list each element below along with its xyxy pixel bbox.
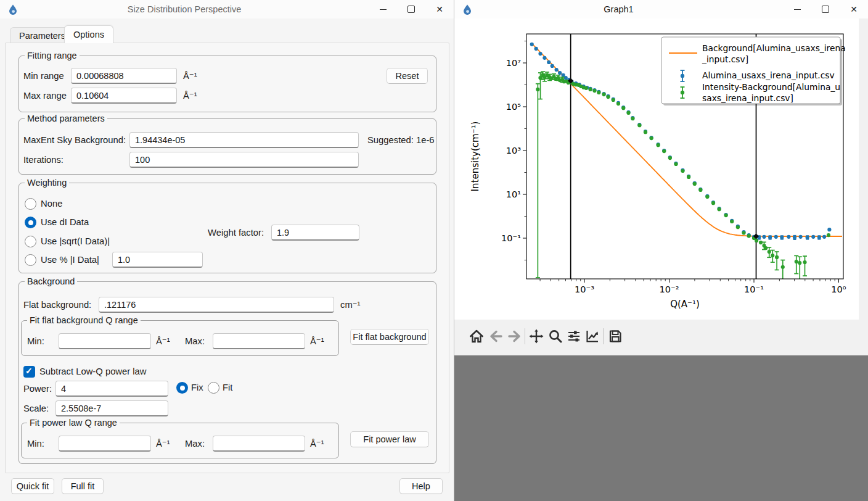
svg-text:10⁷: 10⁷ <box>506 58 521 68</box>
fit-power-law-label: Fit power law <box>363 434 416 444</box>
minimize-icon <box>794 9 801 10</box>
svg-text:10⁻¹: 10⁻¹ <box>744 284 764 294</box>
percent-i-data-input[interactable] <box>112 252 203 268</box>
radio-use-di-data-label: Use dI Data <box>41 217 89 227</box>
radio-none[interactable] <box>25 198 36 210</box>
flat-q-max-input[interactable] <box>213 333 305 349</box>
close-button[interactable]: ✕ <box>425 0 454 19</box>
minimize-button[interactable] <box>369 0 397 19</box>
help-button[interactable]: Help <box>399 478 443 494</box>
quick-fit-label: Quick fit <box>17 481 49 491</box>
svg-text:10³: 10³ <box>506 146 521 155</box>
flat-q-min-label: Min: <box>27 336 44 346</box>
iterations-input[interactable] <box>129 152 359 168</box>
close-icon: ✕ <box>436 5 443 14</box>
radio-use-percent[interactable] <box>25 254 36 266</box>
edit-plot-icon[interactable] <box>585 329 600 344</box>
tab-options-label: Options <box>73 30 104 39</box>
max-range-label: Max range <box>23 91 67 101</box>
minimize-button[interactable] <box>783 0 811 19</box>
close-icon: ✕ <box>850 5 858 14</box>
flat-q-max-label: Max: <box>185 336 205 346</box>
forward-icon[interactable] <box>507 329 522 344</box>
radio-use-sqrt[interactable] <box>25 236 36 247</box>
min-range-input[interactable] <box>71 68 177 84</box>
fit-power-law-button[interactable]: Fit power law <box>350 431 429 447</box>
save-icon[interactable] <box>608 329 623 344</box>
power-input[interactable] <box>55 381 168 397</box>
scale-label: Scale: <box>23 404 49 413</box>
fit-flat-q-range-legend: Fit flat background Q range <box>27 315 141 325</box>
svg-text:Background[Alumina_usaxs_irena: Background[Alumina_usaxs_irena <box>702 43 846 53</box>
back-icon[interactable] <box>488 329 503 344</box>
flat-background-input[interactable] <box>99 297 334 313</box>
close-button[interactable]: ✕ <box>840 0 868 19</box>
radio-use-sqrt-label: Use |sqrt(I Data)| <box>41 236 110 246</box>
tab-options[interactable]: Options <box>64 25 113 43</box>
weight-factor-label: Weight factor: <box>208 228 264 238</box>
method-parameters-legend: Method parameters <box>25 114 107 123</box>
power-q-min-label: Min: <box>27 439 44 449</box>
pan-icon[interactable] <box>529 329 544 344</box>
svg-text:10⁻¹: 10⁻¹ <box>501 233 521 243</box>
flat-q-max-unit: Å⁻¹ <box>310 336 324 346</box>
sky-background-label: MaxEnt Sky Background: <box>23 135 126 145</box>
left-titlebar: Size Distribution Perspective ✕ <box>0 0 454 19</box>
svg-text:Intensity(cm⁻¹): Intensity(cm⁻¹) <box>470 122 481 192</box>
radio-use-percent-label: Use % |I Data| <box>41 255 99 265</box>
window-title: Size Distribution Perspective <box>0 4 369 14</box>
svg-text:10⁵: 10⁵ <box>506 102 521 112</box>
svg-text:10⁻²: 10⁻² <box>660 284 679 294</box>
iterations-label: Iterations: <box>23 155 63 165</box>
toolbar-separator <box>525 328 525 344</box>
radio-use-di-data[interactable] <box>25 217 36 228</box>
configure-subplots-icon[interactable] <box>567 329 581 344</box>
power-q-min-unit: Å⁻¹ <box>156 438 170 449</box>
maximize-button[interactable] <box>397 0 425 19</box>
radio-power-fit-label: Fit <box>223 383 232 392</box>
flat-q-min-input[interactable] <box>59 333 151 349</box>
min-range-label: Min range <box>23 71 64 81</box>
subtract-lowq-checkbox[interactable] <box>23 366 35 378</box>
home-icon[interactable] <box>469 329 484 344</box>
svg-text:_input.csv]: _input.csv] <box>702 54 748 64</box>
help-label: Help <box>412 481 430 491</box>
reset-button[interactable]: Reset <box>387 68 428 84</box>
sky-background-input[interactable] <box>129 132 359 148</box>
intensity-vs-q-plot: 10⁻³10⁻²10⁻¹10⁰10⁷10⁵10³10¹10⁻¹Q(A⁻¹)Int… <box>454 19 859 320</box>
reset-button-label: Reset <box>396 71 419 81</box>
radio-power-fix-label: Fix <box>191 383 203 392</box>
fit-flat-background-button[interactable]: Fit flat background <box>350 329 429 345</box>
scale-input[interactable] <box>55 400 168 416</box>
power-q-min-input[interactable] <box>59 436 151 452</box>
weight-factor-input[interactable] <box>271 225 359 241</box>
flat-background-label: Flat background: <box>23 300 91 310</box>
svg-text:Intensity-Background[Alumina_u: Intensity-Background[Alumina_u <box>702 82 840 92</box>
maximize-icon <box>822 6 829 13</box>
fitting-range-legend: Fitting range <box>25 51 80 60</box>
plot-canvas[interactable]: 10⁻³10⁻²10⁻¹10⁰10⁷10⁵10³10¹10⁻¹Q(A⁻¹)Int… <box>454 19 859 320</box>
radio-none-label: None <box>41 199 62 209</box>
max-range-input[interactable] <box>71 88 177 104</box>
radio-power-fix[interactable] <box>176 382 188 394</box>
svg-text:10¹: 10¹ <box>506 189 521 199</box>
radio-power-fit[interactable] <box>208 382 219 394</box>
svg-text:saxs_irena_input.csv]: saxs_irena_input.csv] <box>702 93 793 103</box>
graph-titlebar: Graph1 ✕ <box>454 0 868 19</box>
zoom-icon[interactable] <box>548 329 563 344</box>
power-q-max-input[interactable] <box>213 436 305 452</box>
minimize-icon <box>380 9 387 10</box>
maximize-button[interactable] <box>811 0 840 19</box>
min-range-unit: Å⁻¹ <box>183 70 197 81</box>
power-q-max-label: Max: <box>185 439 205 449</box>
fit-flat-background-label: Fit flat background <box>353 332 426 342</box>
power-label: Power: <box>23 384 52 394</box>
svg-text:10⁻³: 10⁻³ <box>575 284 594 294</box>
full-fit-button[interactable]: Full fit <box>62 478 104 494</box>
size-distribution-window: Size Distribution Perspective ✕ Paramete… <box>0 0 454 501</box>
subtract-lowq-label: Subtract Low-Q power law <box>39 366 147 376</box>
fitting-range-group: Fitting range <box>18 56 436 112</box>
background-legend: Background <box>25 276 77 286</box>
svg-text:Q(A⁻¹): Q(A⁻¹) <box>670 299 700 310</box>
quick-fit-button[interactable]: Quick fit <box>11 478 54 494</box>
